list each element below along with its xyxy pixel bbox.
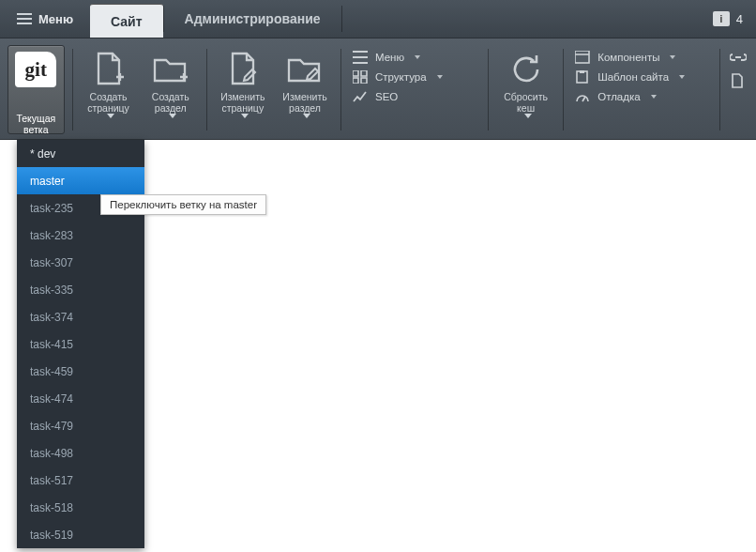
clipboard-icon [575,70,590,84]
link-icon[interactable] [730,51,747,64]
tool-label: Создать раздел [152,91,189,114]
tool-label: Изменить раздел [282,91,326,114]
branch-item[interactable]: task-479 [17,412,144,439]
file-icon[interactable] [730,73,745,88]
branch-item[interactable]: task-335 [17,276,144,303]
branch-item[interactable]: task-459 [17,358,144,385]
branch-item[interactable]: task-415 [17,330,144,358]
item-label: Структура [375,71,427,83]
folder-plus-icon [152,51,189,88]
svg-rect-1 [361,70,367,76]
branch-item[interactable]: task-518 [17,494,144,521]
tab-site[interactable]: Сайт [90,4,163,38]
divider [719,49,720,130]
menu-item-menu[interactable]: Меню [353,49,475,66]
gauge-icon [575,90,590,103]
menu-item-template[interactable]: Шаблон сайта [575,69,706,85]
list-icon [353,51,368,64]
chevron-down-icon [524,114,532,118]
branch-item[interactable]: task-283 [17,222,144,249]
refresh-icon [508,51,544,88]
page-plus-icon [93,51,125,88]
chevron-down-icon [415,55,420,59]
branch-item[interactable]: task-374 [17,303,144,330]
branch-item[interactable]: task-498 [17,439,144,467]
chevron-down-icon [107,114,114,118]
hamburger-icon [17,13,32,24]
divider [340,49,341,130]
window-icon [575,51,590,64]
edit-section-button[interactable]: Изменить раздел [277,45,333,134]
chevron-down-icon [303,114,310,118]
tab-admin[interactable]: Администрирование [164,0,341,38]
divider [563,49,564,130]
notification-count: 4 [736,12,743,26]
chevron-down-icon [241,114,249,118]
divider [72,49,73,130]
svg-rect-0 [353,70,358,76]
edit-page-button[interactable]: Изменить страницу [215,45,271,134]
item-label: Отладка [597,91,640,102]
svg-rect-2 [353,78,358,84]
create-page-button[interactable]: Создать страницу [80,45,136,134]
folder-edit-icon [286,51,324,88]
item-label: Компоненты [597,52,659,63]
branch-item[interactable]: task-517 [17,467,144,494]
svg-rect-4 [575,51,589,63]
tab-label: Администрирование [185,11,321,26]
chevron-down-icon [651,95,657,99]
item-label: Шаблон сайта [597,71,669,83]
chevron-down-icon [679,75,685,79]
item-label: SEO [375,91,398,102]
toolbar-panel-menu: Меню Структура SEO [349,45,480,134]
reset-cache-button[interactable]: Сбросить кеш [496,45,556,134]
info-icon: i [713,11,730,26]
chevron-down-icon [437,75,443,79]
divider [206,49,207,130]
branch-tooltip: Переключить ветку на master [100,194,266,215]
create-section-button[interactable]: Создать раздел [143,45,199,134]
git-branch-button[interactable]: git Текущая ветка dev ✓ [8,45,65,134]
branch-item[interactable]: * dev [17,140,144,167]
item-label: Меню [375,52,404,63]
toolbar: git Текущая ветка dev ✓ Создать страницу… [0,38,756,140]
tool-label: Изменить страницу [220,91,265,114]
menu-label: Меню [38,12,73,26]
git-label: Текущая ветка [16,113,58,135]
menu-item-structure[interactable]: Структура [353,69,475,85]
notification-button[interactable]: i 4 [700,0,756,38]
chevron-down-icon [169,114,176,118]
menu-item-debug[interactable]: Отладка [575,88,706,105]
toolbar-edge-buttons [728,45,748,134]
tool-label: Создать страницу [87,91,129,114]
menu-button[interactable]: Меню [0,0,90,38]
branch-item[interactable]: task-519 [17,521,144,548]
chevron-down-icon [670,55,675,59]
svg-rect-3 [361,78,367,84]
svg-rect-6 [580,70,584,73]
grid-icon [353,70,368,84]
git-icon: git [15,52,56,87]
page-edit-icon [227,51,259,88]
tool-label: Сбросить кеш [504,91,548,114]
branch-item[interactable]: task-474 [17,385,144,412]
menu-item-seo[interactable]: SEO [353,88,475,105]
branch-item[interactable]: task-307 [17,249,144,276]
divider [488,49,489,130]
topbar: Меню Сайт Администрирование i 4 [0,0,756,38]
content-area: * devmastertask-235task-283task-307task-… [0,140,756,552]
branch-item[interactable]: master [17,167,144,194]
chart-icon [353,90,368,103]
toolbar-panel-tools: Компоненты Шаблон сайта Отладка [571,45,712,134]
tab-label: Сайт [111,14,143,29]
menu-item-components[interactable]: Компоненты [575,49,706,66]
